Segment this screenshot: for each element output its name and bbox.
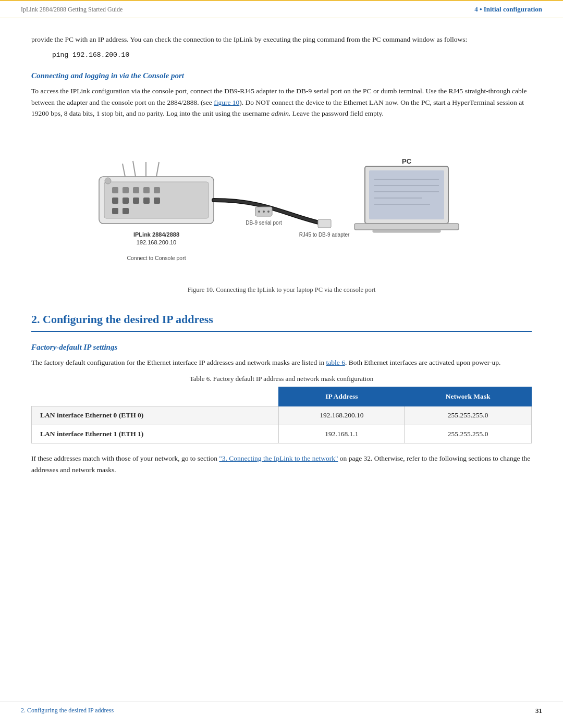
factory-default-heading: Factory-default IP settings [31, 341, 532, 353]
row-label-1: LAN interface Ethernet 1 (ETH 1) [32, 425, 279, 443]
content-area: provide the PC with an IP address. You c… [0, 34, 563, 512]
code-block: ping 192.168.200.10 [52, 50, 532, 60]
footer-page-number: 31 [535, 706, 542, 716]
final-para-prefix: If these addresses match with those of y… [31, 454, 219, 462]
main-section-heading: 2. Configuring the desired IP address [31, 311, 532, 332]
row-mask-0: 255.255.255.0 [405, 406, 532, 425]
svg-rect-9 [133, 198, 139, 204]
row-label-0: LAN interface Ethernet 0 (ETH 0) [32, 406, 279, 425]
final-paragraph: If these addresses match with those of y… [31, 453, 532, 475]
console-paragraph: To access the IPLink configuration via t… [31, 85, 532, 119]
svg-line-15 [133, 161, 136, 177]
svg-rect-7 [112, 198, 118, 204]
svg-text:IPLink 2884/2888: IPLink 2884/2888 [133, 231, 179, 238]
figure-container: IPLink 2884/2888 192.168.200.10 Connect … [31, 135, 532, 295]
row-ip-1: 192.168.1.1 [279, 425, 405, 443]
header-right: 4 • Initial configuration [474, 4, 542, 15]
svg-rect-37 [373, 230, 440, 232]
page: IpLink 2884/2888 Getting Started Guide 4… [0, 0, 563, 728]
svg-rect-3 [123, 187, 129, 193]
figure-caption: Figure 10. Connecting the IpLink to your… [31, 285, 532, 295]
table-caption: Table 6. Factory default IP address and … [31, 374, 532, 384]
svg-rect-6 [154, 187, 160, 193]
svg-text:192.168.200.10: 192.168.200.10 [137, 239, 176, 245]
console-section-heading: Connecting and logging in via the Consol… [31, 70, 532, 82]
table-link: table 6 [326, 359, 345, 366]
svg-rect-8 [123, 198, 129, 204]
svg-point-23 [258, 211, 260, 213]
col-header-mask: Network Mask [405, 387, 532, 406]
factory-default-paragraph: The factory default configuration for th… [31, 357, 532, 368]
svg-rect-4 [133, 187, 139, 193]
footer-section-label: 2. Configuring the desired IP address [21, 706, 114, 715]
table-row: LAN interface Ethernet 1 (ETH 1) 192.168… [32, 425, 532, 443]
row-mask-1: 255.255.255.0 [405, 425, 532, 443]
section-link[interactable]: "3. Connecting the IpLink to the network… [219, 454, 338, 462]
header-left: IpLink 2884/2888 Getting Started Guide [21, 5, 123, 14]
svg-point-25 [267, 211, 270, 213]
header-bar: IpLink 2884/2888 Getting Started Guide 4… [0, 0, 563, 18]
svg-rect-27 [318, 219, 331, 228]
network-diagram: IPLink 2884/2888 192.168.200.10 Connect … [83, 135, 480, 281]
svg-rect-5 [143, 187, 150, 193]
svg-rect-13 [123, 208, 129, 214]
svg-rect-30 [369, 170, 444, 219]
col-header-ip: IP Address [279, 387, 405, 406]
page-footer: 2. Configuring the desired IP address 31 [0, 701, 563, 716]
row-ip-0: 192.168.200.10 [279, 406, 405, 425]
svg-rect-12 [112, 208, 118, 214]
svg-text:Connect to Console port: Connect to Console port [127, 255, 186, 261]
svg-point-24 [263, 211, 265, 213]
svg-line-17 [156, 162, 159, 177]
svg-rect-10 [143, 198, 150, 204]
intro-paragraph: provide the PC with an IP address. You c… [31, 34, 532, 45]
svg-point-18 [105, 178, 111, 184]
svg-text:DB-9 serial port: DB-9 serial port [246, 220, 282, 226]
svg-rect-2 [112, 187, 118, 193]
config-table: IP Address Network Mask LAN interface Et… [31, 387, 532, 443]
table-row: LAN interface Ethernet 0 (ETH 0) 192.168… [32, 406, 532, 425]
svg-line-14 [123, 164, 125, 177]
svg-text:RJ45 to DB-9 adapter: RJ45 to DB-9 adapter [299, 232, 350, 238]
svg-text:PC: PC [402, 157, 412, 165]
svg-rect-36 [354, 224, 459, 230]
svg-rect-11 [154, 198, 160, 204]
figure-link: figure 10 [214, 98, 239, 106]
